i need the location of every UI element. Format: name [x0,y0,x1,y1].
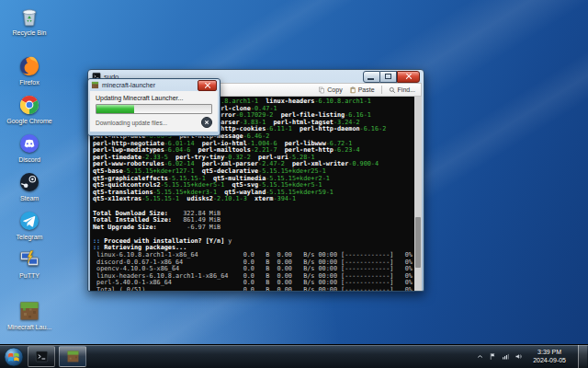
taskbar: 3:39 PM 2024-09-05 [0,344,588,368]
desktop-icon-firefox[interactable]: Firefox [6,55,53,86]
updater-title: minecraft-launcher [102,82,155,88]
clock-time: 3:39 PM [533,349,566,357]
show-desktop-button[interactable] [578,345,587,368]
caption-buttons [363,71,420,83]
desktop-icon-label: Steam [20,195,39,202]
maximize-button[interactable] [380,71,397,83]
telegram-icon [18,210,40,232]
updater-body: Updating Minecraft Launcher... Downloadi… [90,91,218,132]
discord-icon [18,132,40,155]
terminal-line: Net Upgrade Size: -6.97 MiB [93,224,422,232]
desktop-icon-label: Telegram [17,234,43,241]
terminal-line: qt5-x11extras-5.15.15-1 udisks2-2.10.1-3… [93,196,422,203]
desktop-icon-label: PuTTY [19,272,40,280]
desktop-icon-label: Discord [18,156,40,164]
desktop-icon-chrome[interactable]: Google Chrome [6,94,53,125]
updater-dialog: minecraft-launcher Updating Minecraft La… [87,78,220,136]
copy-label: Copy [327,86,342,93]
steam-icon [18,171,40,193]
copy-icon [318,86,325,94]
taskbar-button-minecraft-launcher[interactable] [59,346,86,367]
desktop-icon-label: Firefox [19,79,39,86]
taskbar-clock[interactable]: 3:39 PM 2024-09-05 [527,349,571,364]
desktop-icon-recycle-bin[interactable]: Recycle Bin [6,6,53,37]
start-button[interactable] [4,347,24,367]
cancel-update-button[interactable] [201,117,212,128]
desktop-icon-label: Minecraft Lau... [7,324,51,331]
copy-button[interactable]: Copy [318,86,342,94]
desktop-icon-steam[interactable]: Steam [6,171,53,202]
updater-status: Downloading update files... [96,120,167,126]
close-button[interactable] [397,71,420,83]
paste-label: Paste [358,86,375,93]
minecraft-icon [18,300,40,322]
clock-date: 2024-09-05 [533,357,566,365]
volume-icon[interactable] [514,352,523,361]
desktop-icon-discord[interactable]: Discord [6,132,53,164]
terminal-line: Total ( 0/51) 0.0 B 0.00 B/s 00:00 [----… [93,287,422,291]
minimize-button[interactable] [363,71,380,83]
desktop-icon-telegram[interactable]: Telegram [6,210,53,241]
desktop-icon-label: Google Chrome [6,118,51,125]
find-button[interactable]: Find... [389,86,415,94]
desktop: Recycle BinFirefoxGoogle ChromeDiscordSt… [0,0,588,368]
hidden-icons-chevron[interactable] [476,352,484,361]
updater-close-button[interactable] [198,80,217,91]
recycle-bin-icon [18,6,40,28]
scrollbar-thumb[interactable] [415,217,421,268]
minecraft-icon [91,81,99,89]
terminal-scrollbar[interactable] [414,97,422,291]
find-icon [389,86,396,94]
update-progress-bar [96,104,212,114]
system-tray: 3:39 PM 2024-09-05 [476,345,588,368]
desktop-icon-label: Recycle Bin [13,29,47,37]
chrome-icon [18,94,40,116]
find-label: Find... [398,86,415,93]
update-progress-fill [96,105,134,113]
network-icon[interactable] [502,352,510,361]
firefox-icon [18,55,40,77]
action-center-flag-icon[interactable] [489,352,497,361]
taskbar-button-terminal[interactable] [28,346,55,367]
paste-icon [349,86,356,94]
toolbar-divider [381,86,382,94]
updater-titlebar[interactable]: minecraft-launcher [88,79,220,91]
desktop-icon-minecraft[interactable]: Minecraft Lau... [6,300,53,331]
desktop-icon-putty[interactable]: PuTTY [6,248,53,280]
paste-button[interactable]: Paste [349,86,375,94]
putty-icon [18,248,40,270]
updater-heading: Updating Minecraft Launcher... [96,95,212,101]
